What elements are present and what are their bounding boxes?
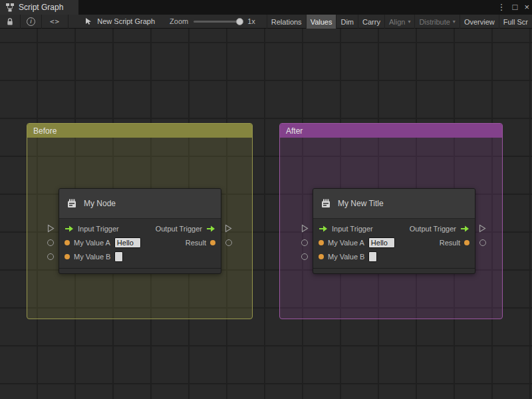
value-b-input[interactable] (368, 251, 377, 262)
tab-bar: Script Graph ⋮ □ × (0, 0, 532, 15)
node-my-node[interactable]: My Node Input Trigger Output Trigger My … (59, 188, 221, 274)
node-row-value-b: My Value B (59, 249, 221, 263)
node-row-trigger: Input Trigger Output Trigger (59, 221, 221, 235)
toolbar-divider (68, 15, 68, 29)
external-value-port[interactable] (301, 239, 308, 246)
external-flow-in-port[interactable] (47, 224, 55, 233)
node-row-value-a: My Value A Result (313, 235, 475, 249)
flow-output-port-icon[interactable] (206, 225, 215, 232)
node-row-value-a: My Value A Result (59, 235, 221, 249)
value-port-icon[interactable] (65, 254, 70, 259)
value-a-input[interactable] (368, 237, 395, 248)
port-label: Input Trigger (78, 225, 119, 233)
port-label: Input Trigger (332, 225, 373, 233)
external-value-port[interactable] (47, 239, 54, 246)
node-row-value-b: My Value B (313, 249, 475, 263)
unity-script-graph-window: Script Graph ⋮ □ × i <> (0, 0, 532, 399)
unit-icon (320, 198, 332, 209)
port-label: Output Trigger (156, 225, 202, 233)
external-flow-out-port[interactable] (225, 224, 232, 233)
distribute-dropdown-button[interactable]: Distribute▾ (414, 15, 459, 29)
graph-asset-icon (84, 17, 92, 25)
port-label: Result (440, 239, 460, 247)
value-port-icon[interactable] (319, 254, 324, 259)
dim-button[interactable]: Dim (336, 15, 358, 29)
flow-input-port-icon[interactable] (319, 225, 328, 232)
tab-script-graph[interactable]: Script Graph (0, 0, 78, 15)
node-footer (59, 268, 221, 273)
value-port-icon[interactable] (65, 240, 70, 245)
value-b-input[interactable] (114, 251, 123, 262)
external-value-port[interactable] (47, 253, 54, 260)
graph-name-breadcrumb[interactable]: New Script Graph (97, 17, 155, 25)
group-title: After (286, 126, 303, 136)
zoom-value: 1x (247, 17, 255, 25)
close-icon[interactable]: × (524, 0, 529, 15)
relations-button[interactable]: Relations (267, 15, 306, 29)
flow-output-port-icon[interactable] (460, 225, 469, 232)
values-button[interactable]: Values (306, 15, 336, 29)
port-label: My Value B (328, 253, 364, 261)
external-value-port[interactable] (301, 253, 308, 260)
lock-icon[interactable] (0, 17, 20, 26)
overview-button[interactable]: Overview (460, 15, 499, 29)
group-before-header[interactable]: Before (27, 124, 252, 138)
script-graph-icon (5, 3, 15, 12)
port-label: Result (186, 239, 206, 247)
node-title: My Node (84, 199, 116, 208)
port-label: My Value B (74, 253, 110, 261)
group-after-header[interactable]: After (280, 124, 502, 138)
fullscreen-button[interactable]: Full Scr (499, 15, 532, 29)
node-my-new-title[interactable]: My New Title Input Trigger Output Trigge… (313, 188, 475, 274)
node-header[interactable]: My Node (59, 189, 221, 219)
port-label: Output Trigger (410, 225, 456, 233)
port-label: My Value A (74, 239, 110, 247)
value-port-icon[interactable] (319, 240, 324, 245)
group-title: Before (33, 126, 57, 136)
carry-button[interactable]: Carry (358, 15, 384, 29)
external-value-port[interactable] (479, 239, 486, 246)
maximize-icon[interactable]: □ (513, 0, 518, 15)
value-port-icon[interactable] (210, 240, 215, 245)
window-controls: ⋮ □ × (497, 0, 529, 15)
code-view-icon[interactable]: <> (42, 17, 68, 26)
chevron-down-icon: ▾ (408, 19, 410, 25)
window-menu-icon[interactable]: ⋮ (497, 0, 506, 15)
node-footer (313, 268, 475, 273)
align-dropdown-button[interactable]: Align▾ (384, 15, 414, 29)
tab-title: Script Graph (19, 3, 63, 12)
port-label: My Value A (328, 239, 364, 247)
node-header[interactable]: My New Title (313, 189, 475, 219)
zoom-label: Zoom (170, 17, 188, 25)
graph-toolbar: i <> New Script Graph Zoom 1x Relations … (0, 15, 532, 29)
chevron-down-icon: ▾ (453, 19, 456, 25)
info-icon[interactable]: i (21, 17, 41, 26)
zoom-slider-track[interactable] (194, 21, 241, 23)
value-a-input[interactable] (114, 237, 141, 248)
unit-icon (66, 198, 78, 209)
external-flow-in-port[interactable] (301, 224, 309, 233)
value-port-icon[interactable] (464, 240, 469, 245)
node-row-trigger: Input Trigger Output Trigger (313, 221, 475, 235)
toolbar-buttons: Relations Values Dim Carry Align▾ Distri… (267, 15, 532, 29)
external-flow-out-port[interactable] (479, 224, 486, 233)
external-value-port[interactable] (225, 239, 232, 246)
zoom-slider-knob[interactable] (236, 18, 243, 25)
flow-input-port-icon[interactable] (65, 225, 74, 232)
node-title: My New Title (338, 199, 384, 208)
